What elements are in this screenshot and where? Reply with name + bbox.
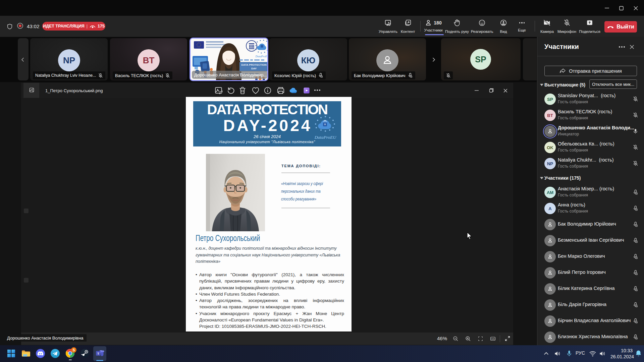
svg-text:DataProEU: DataProEU — [314, 135, 337, 140]
svg-text:T: T — [97, 352, 99, 355]
svg-text:DAY: DAY — [251, 67, 257, 70]
svg-text:DataProEU: DataProEU — [255, 55, 267, 58]
svg-text:DATA PROTECTION: DATA PROTECTION — [241, 63, 267, 66]
svg-text:1:1: 1:1 — [491, 338, 494, 340]
